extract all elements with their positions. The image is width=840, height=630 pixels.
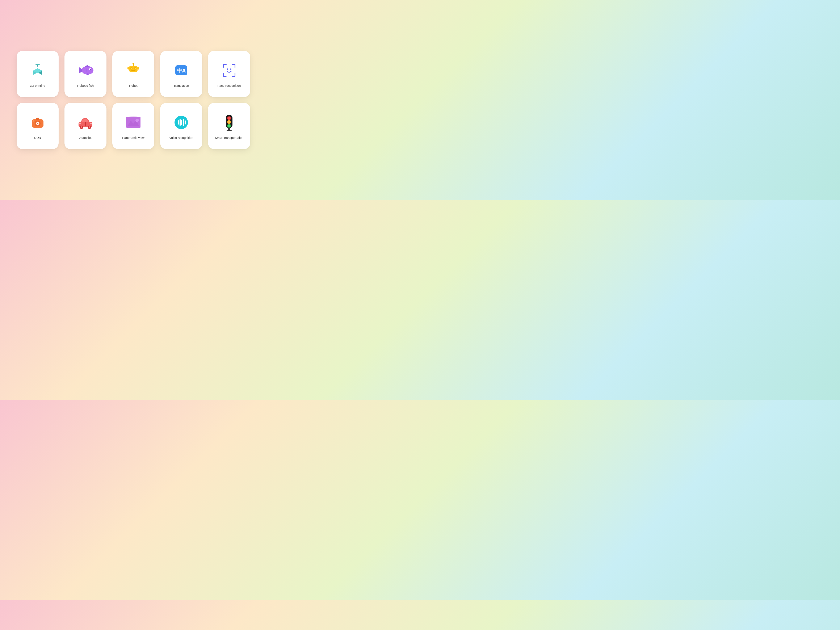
card-odr[interactable]: ODR (17, 103, 58, 149)
svg-point-36 (81, 126, 82, 128)
svg-point-11 (90, 69, 91, 69)
svg-rect-18 (134, 68, 136, 69)
svg-point-26 (230, 68, 231, 70)
svg-rect-20 (128, 67, 129, 69)
card-robot-label: Robot (129, 84, 137, 88)
face-recognition-icon (219, 61, 238, 80)
card-autopilot[interactable]: Autopilot (65, 103, 106, 149)
card-3d-printing[interactable]: 3D printing (17, 51, 58, 97)
svg-rect-17 (131, 68, 132, 69)
svg-rect-19 (131, 70, 136, 71)
card-robot[interactable]: Robot (112, 51, 154, 97)
card-panoramic-view-label: Panoramic view (122, 136, 144, 140)
odr-icon (28, 113, 47, 132)
svg-rect-46 (181, 120, 182, 125)
svg-point-55 (228, 125, 231, 127)
card-robotic-fish-label: Robotic fish (77, 84, 94, 88)
svg-point-13 (133, 63, 134, 65)
card-panoramic-view[interactable]: Panoramic view (112, 103, 154, 149)
autopilot-icon (76, 113, 95, 132)
svg-rect-40 (90, 123, 92, 124)
svg-point-38 (88, 126, 90, 128)
svg-point-6 (82, 66, 93, 74)
card-robotic-fish[interactable]: Robotic fish (65, 51, 106, 97)
svg-point-33 (33, 120, 35, 122)
voice-recognition-icon (172, 113, 191, 132)
card-voice-recognition-label: Voice recognition (169, 136, 193, 140)
robot-icon (124, 61, 143, 80)
card-grid: 3D printing Roboti (8, 43, 259, 158)
card-face-recognition-label: Face recognition (218, 84, 241, 88)
svg-rect-47 (183, 118, 184, 126)
card-translation-label: Translation (174, 84, 189, 88)
3d-printing-icon (28, 61, 47, 80)
card-smart-transportation-label: Smart transportation (215, 136, 243, 140)
svg-rect-57 (227, 130, 232, 131)
card-autopilot-label: Autopilot (79, 136, 92, 140)
svg-text:中A: 中A (177, 68, 186, 74)
svg-point-51 (228, 117, 231, 120)
svg-point-24 (225, 66, 233, 74)
card-face-recognition[interactable]: Face recognition (208, 51, 250, 97)
svg-rect-44 (178, 120, 179, 125)
svg-rect-1 (37, 65, 38, 66)
svg-point-10 (90, 69, 91, 70)
card-smart-transportation[interactable]: Smart transportation (208, 103, 250, 149)
card-3d-printing-label: 3D printing (30, 84, 45, 88)
svg-point-32 (37, 123, 38, 124)
svg-point-53 (228, 121, 231, 123)
svg-rect-28 (36, 118, 39, 120)
svg-rect-21 (137, 67, 139, 69)
svg-rect-0 (35, 64, 40, 65)
card-odr-label: ODR (34, 136, 41, 140)
panoramic-view-icon (124, 113, 143, 132)
card-translation[interactable]: 中A Translation (160, 51, 202, 97)
svg-rect-48 (185, 120, 186, 125)
card-voice-recognition[interactable]: Voice recognition (160, 103, 202, 149)
svg-rect-39 (79, 123, 81, 124)
robotic-fish-icon (76, 61, 95, 80)
smart-transportation-icon (219, 113, 238, 132)
translation-icon: 中A (172, 61, 191, 80)
svg-point-25 (227, 68, 228, 70)
svg-rect-45 (180, 119, 181, 126)
